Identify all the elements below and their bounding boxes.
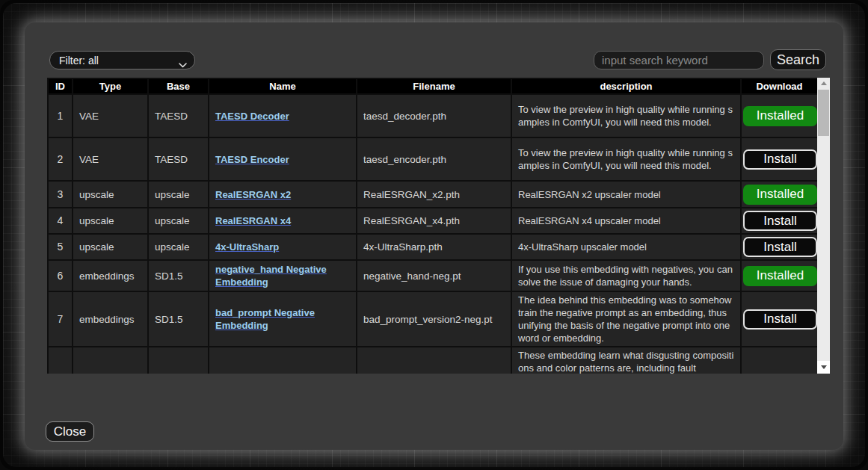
table-row: 3 upscale upscale RealESRGAN x2 RealESRG… — [48, 181, 817, 208]
table-row: 6 embeddings SD1.5 negative_hand Negativ… — [48, 260, 817, 291]
cell-download: Install — [741, 137, 817, 181]
cell-description: To view the preview in high quality whil… — [511, 94, 741, 137]
cell-description: If you use this embedding with negatives… — [511, 260, 741, 291]
cell-filename: negative_hand-neg.pt — [357, 260, 511, 291]
model-manager-dialog: Filter: all Search ID Type Base Name Fil… — [25, 22, 843, 450]
cell-name: TAESD Decoder — [209, 94, 357, 137]
scroll-down-button[interactable] — [817, 361, 830, 374]
cell-type: VAE — [73, 94, 148, 137]
header-description: description — [511, 78, 741, 94]
scroll-up-button[interactable] — [817, 78, 830, 88]
header-name: Name — [209, 78, 357, 94]
model-link[interactable]: RealESRGAN x4 — [215, 215, 291, 226]
cell-name: bad_prompt Negative Embedding — [209, 291, 357, 347]
cell-filename: bad_prompt_version2-neg.pt — [357, 291, 511, 347]
table-row: 2 VAE TAESD TAESD Encoder taesd_encoder.… — [48, 137, 817, 181]
header-download: Download — [741, 78, 817, 94]
table-row: 4 upscale upscale RealESRGAN x4 RealESRG… — [48, 208, 817, 234]
search-button[interactable]: Search — [770, 49, 826, 70]
cell-name — [209, 347, 357, 374]
cell-base: SD1.5 — [148, 291, 209, 347]
cell-type: upscale — [73, 208, 148, 234]
cell-type: VAE — [73, 137, 148, 181]
table-row: 5 upscale upscale 4x-UltraSharp 4x-Ultra… — [48, 234, 817, 260]
close-button[interactable]: Close — [46, 421, 94, 442]
cell-description: RealESRGAN x4 upscaler model — [511, 208, 741, 234]
cell-base: SD1.5 — [148, 260, 209, 291]
table-row: 1 VAE TAESD TAESD Decoder taesd_decoder.… — [48, 94, 817, 137]
scrollbar-thumb[interactable] — [818, 90, 829, 136]
cell-description: The idea behind this embedding was to so… — [511, 291, 741, 347]
cell-base: upscale — [148, 208, 209, 234]
cell-base: TAESD — [148, 94, 209, 137]
cell-description: 4x-UltraSharp upscaler model — [511, 234, 741, 260]
cell-filename — [357, 347, 511, 374]
cell-base: TAESD — [148, 137, 209, 181]
cell-name: negative_hand Negative Embedding — [209, 260, 357, 291]
model-table: ID Type Base Name Filename description D… — [47, 78, 817, 374]
cell-name: TAESD Encoder — [209, 137, 357, 181]
cell-id: 6 — [48, 260, 73, 291]
install-button[interactable]: Install — [743, 309, 817, 330]
table-row: 7 embeddings SD1.5 bad_prompt Negative E… — [48, 291, 817, 347]
cell-description: To view the preview in high quality whil… — [511, 137, 741, 181]
cell-id: 4 — [48, 208, 73, 234]
cell-type — [73, 347, 148, 374]
cell-type: embeddings — [73, 260, 148, 291]
cell-filename: RealESRGAN_x4.pth — [357, 208, 511, 234]
model-table-body: 1 VAE TAESD TAESD Decoder taesd_decoder.… — [48, 94, 817, 374]
search-input[interactable] — [594, 51, 764, 69]
install-button[interactable]: Install — [743, 237, 817, 257]
cell-type: upscale — [73, 181, 148, 208]
model-link[interactable]: TAESD Encoder — [215, 154, 289, 165]
cell-type: embeddings — [73, 291, 148, 347]
install-button[interactable]: Installed — [743, 266, 817, 286]
cell-description: These embedding learn what disgusting co… — [511, 347, 741, 374]
cell-type: upscale — [73, 234, 148, 260]
cell-description: RealESRGAN x2 upscaler model — [511, 181, 741, 208]
header-base: Base — [148, 78, 209, 94]
table-row: These embedding learn what disgusting co… — [48, 347, 817, 374]
cell-id: 2 — [48, 137, 73, 181]
filter-select-wrap: Filter: all — [49, 51, 195, 69]
header-id: ID — [48, 78, 73, 94]
cell-name: 4x-UltraSharp — [209, 234, 357, 260]
model-link[interactable]: TAESD Decoder — [215, 111, 289, 122]
cell-base: upscale — [148, 234, 209, 260]
model-table-viewport: ID Type Base Name Filename description D… — [47, 78, 817, 374]
table-header-row: ID Type Base Name Filename description D… — [48, 78, 817, 94]
cell-name: RealESRGAN x2 — [209, 181, 357, 208]
model-link[interactable]: negative_hand Negative Embedding — [215, 264, 327, 288]
install-button[interactable]: Install — [743, 149, 817, 170]
cell-filename: taesd_encoder.pth — [357, 137, 511, 181]
cell-download — [741, 347, 817, 374]
cell-download: Install — [741, 291, 817, 347]
model-link[interactable]: 4x-UltraSharp — [215, 241, 279, 253]
table-scrollbar[interactable] — [817, 78, 830, 374]
filter-select[interactable]: Filter: all — [49, 51, 195, 69]
cell-id: 7 — [48, 291, 73, 347]
cell-id: 3 — [48, 181, 73, 208]
cell-base: upscale — [148, 181, 209, 208]
cell-download: Installed — [741, 94, 817, 137]
cell-download: Installed — [741, 260, 817, 291]
header-type: Type — [73, 78, 148, 94]
cell-filename: taesd_decoder.pth — [357, 94, 511, 137]
model-link[interactable]: bad_prompt Negative Embedding — [215, 307, 315, 331]
install-button[interactable]: Install — [743, 211, 817, 231]
scroll-down-arrow-icon — [821, 365, 827, 369]
install-button[interactable]: Installed — [743, 106, 817, 126]
cell-download: Installed — [741, 181, 817, 208]
cell-filename: 4x-UltraSharp.pth — [357, 234, 511, 260]
cell-id: 1 — [48, 94, 73, 137]
cell-download: Install — [741, 208, 817, 234]
cell-name: RealESRGAN x4 — [209, 208, 357, 234]
cell-base — [148, 347, 209, 374]
model-link[interactable]: RealESRGAN x2 — [215, 189, 291, 200]
cell-id: 5 — [48, 234, 73, 260]
scroll-up-arrow-icon — [821, 81, 827, 85]
cell-download: Install — [741, 234, 817, 260]
header-filename: Filename — [357, 78, 511, 94]
install-button[interactable]: Installed — [743, 185, 817, 205]
cell-filename: RealESRGAN_x2.pth — [357, 181, 511, 208]
